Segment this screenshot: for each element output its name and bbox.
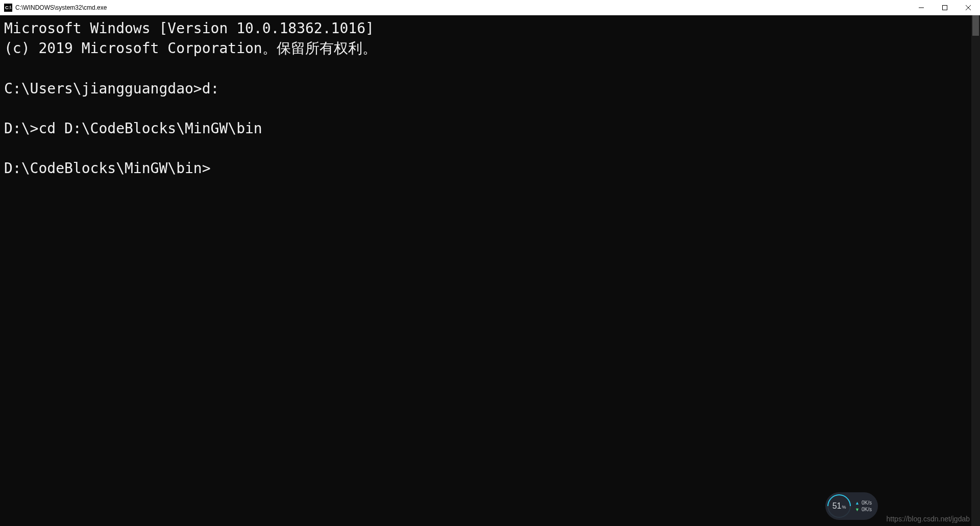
terminal-area: Microsoft Windows [Version 10.0.18362.10… [0,15,980,526]
gauge-unit: % [842,505,846,510]
terminal-line: D:\CodeBlocks\MinGW\bin> [4,160,211,177]
close-button[interactable] [957,0,980,15]
window-controls [910,0,980,15]
vertical-scrollbar[interactable] [971,15,980,526]
download-arrow-icon: ▼ [855,507,860,512]
window-title: C:\WINDOWS\system32\cmd.exe [15,4,107,11]
scrollbar-thumb[interactable] [972,15,979,36]
titlebar-left: C:\ C:\WINDOWS\system32\cmd.exe [4,4,107,12]
usage-gauge: 51% [827,494,851,518]
upload-row: ▲ 0K/s [855,500,872,506]
upload-arrow-icon: ▲ [855,500,860,506]
maximize-icon [942,5,947,10]
download-speed: 0K/s [862,507,872,512]
gauge-value: 51% [832,501,846,511]
minimize-button[interactable] [910,0,933,15]
svg-rect-1 [943,5,947,10]
terminal-output[interactable]: Microsoft Windows [Version 10.0.18362.10… [0,15,971,526]
terminal-line: Microsoft Windows [Version 10.0.18362.10… [4,20,374,37]
terminal-line: D:\>cd D:\CodeBlocks\MinGW\bin [4,120,262,137]
upload-speed: 0K/s [862,500,872,506]
watermark-text: https://blog.csdn.net/jgdab [887,515,970,523]
download-row: ▼ 0K/s [855,507,872,512]
cmd-app-icon: C:\ [4,4,12,12]
terminal-line: C:\Users\jiangguangdao>d: [4,80,219,97]
network-monitor-widget[interactable]: 51% ▲ 0K/s ▼ 0K/s [825,492,878,520]
maximize-button[interactable] [933,0,957,15]
minimize-icon [919,5,924,10]
network-stats: ▲ 0K/s ▼ 0K/s [855,500,872,512]
window-titlebar: C:\ C:\WINDOWS\system32\cmd.exe [0,0,980,15]
terminal-line: (c) 2019 Microsoft Corporation。保留所有权利。 [4,40,377,57]
close-icon [966,5,971,10]
gauge-number: 51 [832,501,842,511]
app-icon-text: C:\ [5,5,11,10]
